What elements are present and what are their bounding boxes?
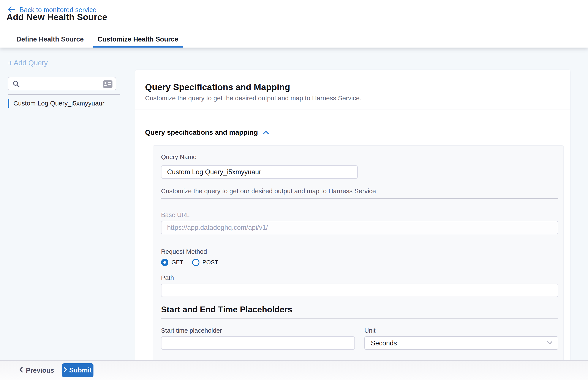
page-title: Add New Health Source [6, 12, 107, 22]
radio-post-label[interactable]: POST [203, 259, 218, 266]
query-list-item-selected[interactable]: Custom Log Query_i5xmyyuaur [8, 99, 120, 108]
chevron-up-icon[interactable] [263, 130, 269, 136]
section-heading: Query specifications and mapping [145, 128, 258, 136]
chevron-right-icon [64, 366, 67, 374]
query-mapping-panel: Query Name Customize the query to get ou… [153, 145, 564, 360]
query-name-input[interactable] [161, 165, 358, 179]
submit-button[interactable]: Submit [62, 363, 93, 377]
base-url-input[interactable] [161, 221, 558, 234]
request-method-radio-group: GET POST [161, 258, 227, 266]
query-name-helper: Customize the query to get our desired o… [161, 187, 376, 195]
unit-label: Unit [364, 327, 376, 334]
tab-customize-health-source[interactable]: Customize Health Source [93, 31, 183, 48]
search-input[interactable] [27, 78, 105, 89]
sidebar-divider [8, 95, 120, 95]
add-query-button[interactable]: + Add Query [8, 59, 48, 67]
radio-get-label[interactable]: GET [171, 259, 184, 266]
query-item-label: Custom Log Query_i5xmyyuaur [13, 100, 104, 107]
card-subtitle: Customize the query to get the desired o… [145, 95, 361, 102]
section-collapse-header[interactable]: Query specifications and mapping [145, 128, 269, 136]
plus-icon: + [8, 59, 13, 67]
chevron-down-icon [547, 341, 553, 346]
previous-button-label: Previous [26, 367, 54, 374]
start-time-input[interactable] [161, 336, 355, 350]
page-header: Back to monitored service Add New Health… [0, 0, 588, 31]
base-url-label: Base URL [161, 211, 190, 219]
search-icon [13, 80, 20, 89]
tab-define-health-source[interactable]: Define Health Source [12, 31, 88, 48]
unit-select-value: Seconds [371, 339, 397, 347]
path-input[interactable] [161, 284, 558, 297]
footer-bar: Previous Submit [0, 360, 588, 380]
add-query-label: Add Query [14, 59, 48, 67]
card-divider [135, 110, 570, 110]
radio-post[interactable] [192, 259, 199, 266]
query-name-label: Query Name [161, 153, 196, 161]
chevron-left-icon [19, 366, 23, 375]
section-divider [161, 198, 558, 199]
submit-button-label: Submit [69, 366, 92, 374]
path-label: Path [161, 274, 174, 282]
add-health-source-page: Back to monitored service Add New Health… [0, 0, 588, 380]
selected-indicator-bar [8, 99, 9, 108]
query-search-box [8, 77, 116, 90]
request-method-label: Request Method [161, 248, 207, 255]
unit-select[interactable]: Seconds [364, 336, 558, 350]
card-title: Query Specifications and Mapping [145, 82, 290, 92]
start-time-label: Start time placeholder [161, 327, 222, 334]
tab-bar: Define Health Source Customize Health So… [0, 31, 588, 48]
contact-card-icon[interactable] [103, 80, 113, 89]
placeholders-divider [161, 318, 558, 319]
radio-get[interactable] [161, 259, 168, 266]
query-spec-card: Query Specifications and Mapping Customi… [135, 70, 570, 360]
previous-button[interactable]: Previous [19, 363, 54, 377]
placeholders-heading: Start and End Time Placeholders [161, 305, 292, 314]
